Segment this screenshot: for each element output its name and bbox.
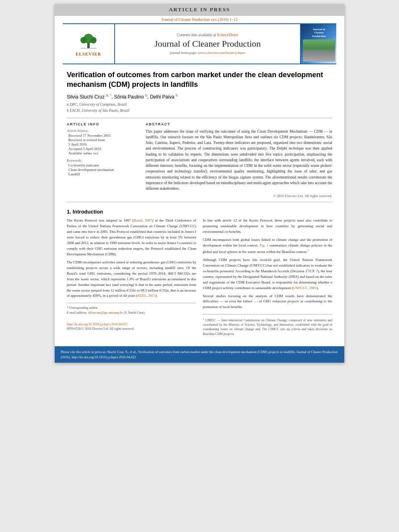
affiliation-b: b EACH, University of São Paulo, Brazil [67, 108, 332, 113]
keywords-label: Keywords: [67, 158, 139, 162]
authors-line: Silvia Stuchi Cruz a, *, Sônia Paulino b… [67, 93, 332, 100]
right-para-3: Although CDM projects have this twofold … [203, 257, 332, 291]
right-para-4: Several studies focusing on the analysis… [203, 294, 332, 310]
keyword-1: Co-benefits indicator [68, 163, 139, 167]
doi-line: http://dx.doi.org/10.1016/j.jclepro.2016… [67, 322, 196, 327]
copyright-line: © 2016 Elsevier Ltd. All rights reserved… [146, 194, 332, 198]
abstract-column: ABSTRACT This paper addresses the issue … [146, 122, 332, 198]
journal-cover-area: Journal ofCleanerProduction [300, 24, 336, 64]
paper-title: Verification of outcomes from carbon mar… [67, 70, 332, 89]
bottom-bar: Please cite this article in press as: St… [55, 346, 344, 363]
intro-para-2: The CDM encompasses activities aimed at … [67, 260, 196, 299]
affiliation-a: a DPC, University of Campinas, Brazil [67, 102, 332, 107]
divider-top [67, 118, 332, 118]
elsevier-label: ELSEVIER [76, 51, 101, 56]
abstract-text: This paper addresses the issue of verify… [146, 129, 332, 192]
article-in-press-banner: ARTICLE IN PRESS [55, 4, 344, 16]
right-para-1: In line with article 12 of the Kyoto Pro… [203, 218, 332, 235]
accepted-date: Accepted 5 April 2016 [68, 147, 139, 151]
keywords-section: Keywords: Co-benefits indicator Clean de… [67, 158, 139, 176]
journal-ref-link[interactable]: Journal of Cleaner Production xxx (2016)… [161, 17, 237, 22]
intro-para-1: The Kyoto Protocol was adopted in 1997 (… [67, 218, 196, 257]
journal-link-bar: Journal of Cleaner Production xxx (2016)… [55, 16, 344, 23]
banner-text: ARTICLE IN PRESS [169, 6, 230, 12]
body-col-left: The Kyoto Protocol was adopted in 1997 (… [67, 218, 196, 336]
article-info-column: ARTICLE INFO Article history: Received 1… [67, 122, 139, 198]
journal-header: ELSEVIER Contents lists available at Sci… [63, 23, 336, 64]
svg-point-3 [90, 37, 97, 43]
intro-heading: 1. Introduction [67, 209, 332, 215]
right-footnote-area: 1 CIMGC — Inter-ministerial Commission o… [203, 314, 332, 336]
footnote-1: 1 CIMGC — Inter-ministerial Commission o… [203, 317, 332, 336]
article-info-heading: ARTICLE INFO [67, 122, 139, 126]
page: ARTICLE IN PRESS Journal of Cleaner Prod… [55, 4, 344, 363]
homepage-line: journal homepage: www.elsevier.com/locat… [170, 51, 245, 55]
homepage-url[interactable]: www.elsevier.com/locate/jclepro [198, 51, 245, 55]
body-col-right: In line with article 12 of the Kyoto Pro… [203, 218, 332, 336]
abstract-heading: ABSTRACT [146, 122, 332, 126]
body-columns: The Kyoto Protocol was adopted in 1997 (… [67, 218, 332, 336]
elsevier-logo-area: ELSEVIER [63, 24, 115, 64]
journal-cover: Journal ofCleanerProduction [301, 24, 336, 64]
keyword-2: Clean development mechanism [68, 168, 139, 172]
svg-point-2 [80, 37, 87, 43]
right-para-2: CDM encompasses both global issues linke… [203, 237, 332, 255]
svg-rect-0 [87, 43, 90, 48]
journal-header-center: Contents lists available at ScienceDirec… [115, 24, 300, 64]
keyword-3: Landfill [68, 172, 139, 176]
cover-image [303, 39, 335, 62]
issn-line: 0959-6526/© 2016 Elsevier Ltd. All right… [67, 327, 196, 331]
contents-line: Contents lists available at ScienceDirec… [177, 33, 238, 37]
sciencedirect-link[interactable]: ScienceDirect [217, 33, 238, 37]
footnote-area: * Corresponding author. E-mail address: … [67, 303, 196, 331]
journal-title: Journal of Cleaner Production [154, 39, 261, 49]
main-content: Verification of outcomes from carbon mar… [55, 64, 344, 342]
revised-label: Received in revised form [68, 138, 139, 142]
revised-date: 5 April 2016 [68, 142, 139, 146]
received-date: Received 17 November 2015 [68, 134, 139, 138]
info-abstract-columns: ARTICLE INFO Article history: Received 1… [67, 122, 332, 198]
divider-middle [67, 202, 332, 202]
elsevier-logo-svg [72, 31, 105, 51]
bottom-cite-text: Please cite this article in press as: St… [61, 350, 337, 359]
cover-title: Journal ofCleanerProduction [312, 28, 325, 38]
correspondence-note: * Corresponding author. E-mail address: … [67, 306, 196, 314]
history-label: Article history: [67, 129, 139, 133]
available-date: Available online xxx [68, 151, 139, 155]
